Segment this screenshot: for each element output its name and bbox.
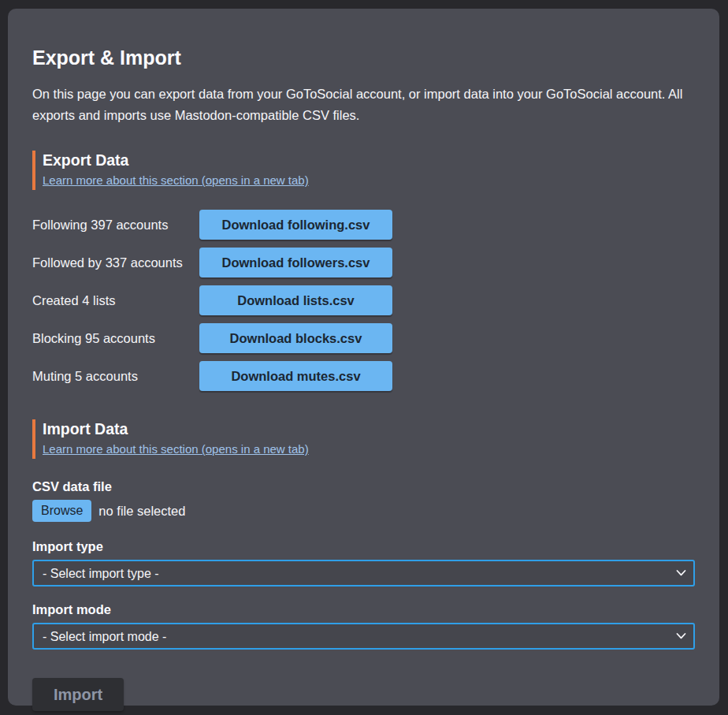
export-import-panel: Export & Import On this page you can exp…	[8, 9, 719, 706]
import-mode-label: Import mode	[32, 602, 695, 617]
export-row-label: Blocking 95 accounts	[32, 331, 199, 346]
import-type-select[interactable]: - Select import type -	[32, 560, 695, 587]
export-row-label: Muting 5 accounts	[32, 369, 199, 384]
import-type-label: Import type	[32, 539, 695, 554]
import-learn-more-link[interactable]: Learn more about this section (opens in …	[43, 442, 309, 456]
export-section-header: Export Data Learn more about this sectio…	[32, 151, 695, 190]
download-blocks-button[interactable]: Download blocks.csv	[199, 323, 392, 353]
export-rows: Following 397 accounts Download followin…	[32, 210, 695, 391]
export-row-mutes: Muting 5 accounts Download mutes.csv	[32, 361, 695, 391]
page-description: On this page you can export data from yo…	[32, 84, 695, 126]
download-mutes-button[interactable]: Download mutes.csv	[199, 361, 392, 391]
csv-file-label: CSV data file	[32, 479, 695, 494]
import-mode-select[interactable]: - Select import mode -	[32, 623, 695, 650]
page-title: Export & Import	[32, 47, 695, 69]
export-row-blocks: Blocking 95 accounts Download blocks.csv	[32, 323, 695, 353]
import-type-select-wrap: - Select import type -	[32, 560, 695, 587]
export-section-heading: Export Data	[43, 151, 695, 169]
export-row-lists: Created 4 lists Download lists.csv	[32, 285, 695, 315]
export-row-following: Following 397 accounts Download followin…	[32, 210, 695, 240]
file-status-text: no file selected	[98, 504, 185, 519]
export-row-label: Following 397 accounts	[32, 218, 199, 233]
browse-button[interactable]: Browse	[32, 500, 91, 522]
import-mode-select-wrap: - Select import mode -	[32, 623, 695, 650]
export-row-followers: Followed by 337 accounts Download follow…	[32, 248, 695, 277]
download-lists-button[interactable]: Download lists.csv	[199, 285, 392, 315]
export-row-label: Created 4 lists	[32, 293, 199, 308]
import-section-heading: Import Data	[43, 420, 695, 438]
download-following-button[interactable]: Download following.csv	[199, 210, 392, 240]
import-section-header: Import Data Learn more about this sectio…	[32, 419, 695, 459]
export-row-label: Followed by 337 accounts	[32, 255, 199, 270]
export-learn-more-link[interactable]: Learn more about this section (opens in …	[43, 173, 309, 187]
import-submit-button[interactable]: Import	[32, 678, 124, 711]
import-form: CSV data file Browse no file selected Im…	[32, 479, 695, 711]
csv-file-input: Browse no file selected	[32, 500, 695, 522]
download-followers-button[interactable]: Download followers.csv	[199, 248, 392, 277]
